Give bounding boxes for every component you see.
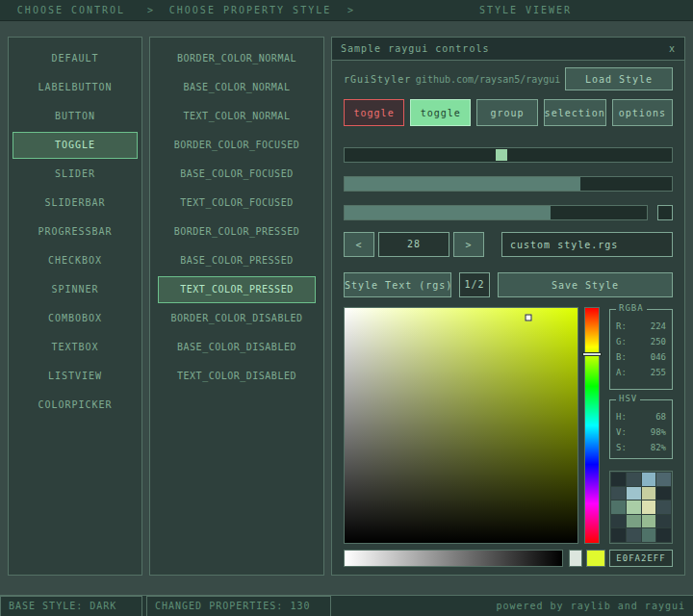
property-item-border-color-disabled[interactable]: BORDER_COLOR_DISABLED xyxy=(158,305,316,332)
sample-sliderbar[interactable] xyxy=(344,205,648,220)
rgba-row-r: R: 224 xyxy=(616,319,666,334)
control-item-toggle[interactable]: TOGGLE xyxy=(13,132,138,159)
hsv-h-label: H: xyxy=(616,409,627,424)
sample-checkbox[interactable] xyxy=(657,205,673,220)
sliderbar-fill xyxy=(345,206,551,219)
hsv-s-value: 82% xyxy=(651,440,666,455)
control-item-listview[interactable]: LISTVIEW xyxy=(13,363,138,390)
palette-swatch[interactable] xyxy=(656,528,671,542)
control-item-progressbar[interactable]: PROGRESSBAR xyxy=(13,218,138,245)
rgba-a-value: 255 xyxy=(651,365,666,380)
palette-swatch[interactable] xyxy=(627,528,641,542)
control-item-labelbutton[interactable]: LABELBUTTON xyxy=(13,74,138,101)
control-item-slider[interactable]: SLIDER xyxy=(13,161,138,188)
palette-swatch[interactable] xyxy=(642,473,656,486)
topbar-choose-property-style-label: CHOOSE PROPERTY STYLE xyxy=(158,5,343,15)
property-item-base-color-pressed[interactable]: BASE_COLOR_PRESSED xyxy=(158,247,316,274)
palette-swatch[interactable] xyxy=(627,473,641,486)
property-item-base-color-focused[interactable]: BASE_COLOR_FOCUSED xyxy=(158,161,316,188)
rgba-r-label: R: xyxy=(616,319,627,334)
palette-swatch[interactable] xyxy=(611,515,626,528)
hsv-v-value: 98% xyxy=(651,424,666,440)
property-item-text-color-focused[interactable]: TEXT_COLOR_FOCUSED xyxy=(158,190,316,217)
topbar-style-viewer-label: STYLE VIEWER xyxy=(358,5,693,15)
spinner-value[interactable]: 28 xyxy=(378,232,449,257)
palette-swatch[interactable] xyxy=(656,487,671,500)
spinner-decrement-button[interactable]: < xyxy=(344,232,374,257)
sample-slider[interactable] xyxy=(344,147,673,163)
palette-swatch[interactable] xyxy=(611,473,626,486)
export-row: Style Text (rgs) 1/2 Save Style xyxy=(344,272,673,297)
palette-swatch[interactable] xyxy=(656,500,671,514)
page-indicator[interactable]: 1/2 xyxy=(459,272,490,297)
status-changed-properties: CHANGED PROPERTIES: 130 xyxy=(146,596,331,616)
property-item-border-color-focused[interactable]: BORDER_COLOR_FOCUSED xyxy=(158,132,316,159)
property-item-border-color-pressed[interactable]: BORDER_COLOR_PRESSED xyxy=(158,218,316,245)
rgba-title: RGBA xyxy=(616,303,647,313)
property-item-text-color-pressed[interactable]: TEXT_COLOR_PRESSED xyxy=(158,276,316,303)
control-item-colorpicker[interactable]: COLORPICKER xyxy=(13,392,138,419)
close-icon[interactable]: x xyxy=(669,43,676,54)
slider-handle[interactable] xyxy=(496,149,507,161)
rguistyler-app: CHOOSE CONTROL > CHOOSE PROPERTY STYLE >… xyxy=(0,0,693,616)
control-item-default[interactable]: DEFAULT xyxy=(13,45,138,72)
toggle-button-options[interactable]: options xyxy=(612,99,673,126)
hue-slider[interactable] xyxy=(584,307,600,544)
hsv-groupbox: HSV H: 68 V: 98% S: 82% xyxy=(609,399,673,459)
palette-swatch[interactable] xyxy=(627,487,641,500)
toggle-button-group[interactable]: group xyxy=(476,99,537,126)
status-base-style: BASE STYLE: DARK xyxy=(0,596,142,616)
palette-swatch[interactable] xyxy=(627,500,641,514)
control-item-textbox[interactable]: TEXTBOX xyxy=(13,334,138,361)
palette-swatch[interactable] xyxy=(642,515,656,528)
progress-fill xyxy=(345,177,580,191)
palette-swatch[interactable] xyxy=(642,528,656,542)
palette-swatch[interactable] xyxy=(627,515,641,528)
toggle-button-active[interactable]: toggle xyxy=(410,99,471,126)
property-item-base-color-normal[interactable]: BASE_COLOR_NORMAL xyxy=(158,74,316,101)
style-viewer-window: Sample raygui controls x rGuiStyler gith… xyxy=(331,37,685,576)
rgba-row-g: G: 250 xyxy=(616,334,666,349)
gradient-end-swatch[interactable] xyxy=(569,550,582,567)
sample-progressbar xyxy=(344,176,673,192)
style-palette-grid xyxy=(609,471,673,544)
status-bar: BASE STYLE: DARK CHANGED PROPERTIES: 130… xyxy=(0,595,693,616)
rgba-g-label: G: xyxy=(616,334,627,349)
save-style-button[interactable]: Save Style xyxy=(498,272,673,297)
repo-link[interactable]: github.com/raysan5/raygui xyxy=(411,74,565,85)
palette-swatch[interactable] xyxy=(611,528,626,542)
value-gradient-bar[interactable] xyxy=(344,550,563,567)
control-item-button[interactable]: BUTTON xyxy=(13,103,138,130)
window-titlebar[interactable]: Sample raygui controls x xyxy=(332,38,684,61)
property-item-text-color-normal[interactable]: TEXT_COLOR_NORMAL xyxy=(158,103,316,130)
control-item-combobox[interactable]: COMBOBOX xyxy=(13,305,138,332)
toggle-group: toggle toggle group selection options xyxy=(344,99,673,126)
palette-swatch[interactable] xyxy=(642,487,656,500)
palette-swatch[interactable] xyxy=(642,500,656,514)
palette-swatch[interactable] xyxy=(611,487,626,500)
property-item-text-color-disabled[interactable]: TEXT_COLOR_DISABLED xyxy=(158,363,316,390)
property-item-base-color-disabled[interactable]: BASE_COLOR_DISABLED xyxy=(158,334,316,361)
palette-swatch[interactable] xyxy=(611,500,626,514)
hsv-s-label: S: xyxy=(616,440,627,455)
load-style-button[interactable]: Load Style xyxy=(565,67,673,90)
control-item-sliderbar[interactable]: SLIDERBAR xyxy=(13,190,138,217)
topbar-choose-control-label: CHOOSE CONTROL xyxy=(0,5,142,15)
hex-color-input[interactable]: E0FA2EFF xyxy=(609,550,673,567)
color-picker-panel[interactable] xyxy=(344,307,578,544)
palette-swatch[interactable] xyxy=(656,515,671,528)
palette-swatch[interactable] xyxy=(656,473,671,486)
rgba-row-a: A: 255 xyxy=(616,365,666,380)
picker-cursor[interactable] xyxy=(526,314,532,321)
spinner-increment-button[interactable]: > xyxy=(453,232,484,257)
control-item-spinner[interactable]: SPINNER xyxy=(13,276,138,303)
hue-cursor[interactable] xyxy=(582,352,602,356)
style-format-button[interactable]: Style Text (rgs) xyxy=(344,272,451,297)
toggle-button-selection[interactable]: selection xyxy=(544,99,606,126)
control-item-checkbox[interactable]: CHECKBOX xyxy=(13,247,138,274)
property-item-border-color-normal[interactable]: BORDER_COLOR_NORMAL xyxy=(158,45,316,72)
current-color-swatch[interactable] xyxy=(586,550,605,567)
filename-input[interactable] xyxy=(501,232,673,257)
hsv-row-v: V: 98% xyxy=(616,424,666,440)
toggle-button-pressed-state[interactable]: toggle xyxy=(344,99,404,126)
